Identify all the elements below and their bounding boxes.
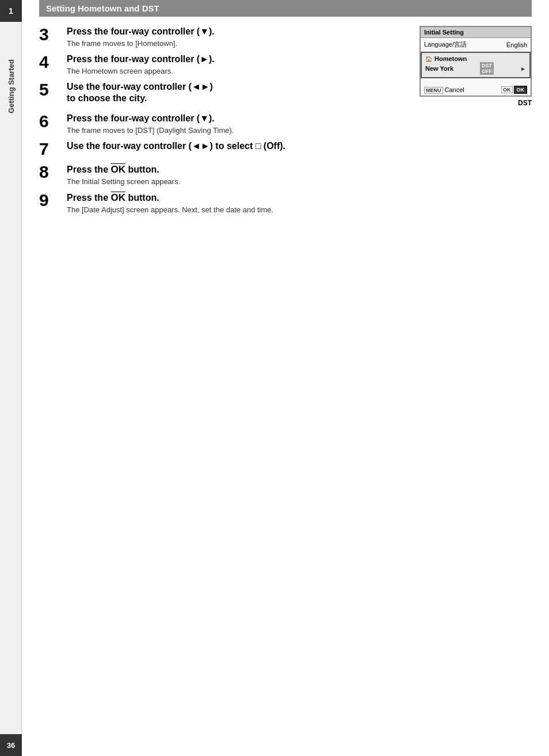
language-value: English: [506, 41, 527, 48]
step-9-title: Press the OK button.: [67, 192, 532, 204]
hometown-city-row: New York DSTOFF ►: [425, 62, 526, 75]
hometown-row: 🏠 Hometown New York DSTOFF ►: [421, 52, 531, 78]
step-7: 7 Use the four-way controller (◄►) to se…: [39, 140, 532, 158]
hometown-label: 🏠 Hometown: [425, 55, 526, 62]
language-row: Language/言語 English: [421, 38, 531, 52]
step-3-desc: The frame moves to [Hometown].: [67, 39, 394, 48]
arrow-right-icon: ►: [520, 66, 526, 72]
step-3-number: 3: [39, 26, 62, 43]
step-8-title: Press the OK button.: [67, 163, 532, 176]
camera-screen-title: Initial Setting: [421, 27, 531, 38]
step-8-number: 8: [39, 163, 62, 181]
menu-cancel: MENU Cancel: [424, 86, 464, 93]
step-8-desc: The Initial Setting screen appears.: [67, 177, 532, 186]
ok-label: OK: [514, 86, 528, 94]
step-9-number: 9: [39, 192, 62, 209]
step-6-number: 6: [39, 113, 62, 130]
step-6-content: Press the four-way controller (▼). The f…: [67, 113, 532, 135]
dst-label: DST: [420, 99, 532, 107]
step-4: 4 Press the four-way controller (►). The…: [39, 54, 394, 75]
steps-left: 3 Press the four-way controller (▼). The…: [39, 26, 394, 110]
step-3: 3 Press the four-way controller (▼). The…: [39, 26, 394, 48]
step-5-title: Use the four-way controller (◄►) to choo…: [67, 81, 394, 105]
step-5-number: 5: [39, 81, 62, 98]
step-3-title: Press the four-way controller (▼).: [67, 26, 394, 38]
step-3-content: Press the four-way controller (▼). The f…: [67, 26, 394, 48]
step-9: 9 Press the OK button. The [Date Adjust]…: [39, 192, 532, 214]
step-8-content: Press the OK button. The Initial Setting…: [67, 163, 532, 186]
home-icon: 🏠: [425, 56, 432, 62]
step-4-content: Press the four-way controller (►). The H…: [67, 54, 394, 75]
section-header: Setting Hometown and DST: [39, 0, 532, 17]
step-4-desc: The Hometown screen appears.: [67, 67, 394, 75]
sidebar: 1 Getting Started 36: [0, 0, 22, 756]
page-number: 36: [0, 734, 22, 756]
step-4-title: Press the four-way controller (►).: [67, 54, 394, 66]
ok-icon: OK: [501, 86, 513, 93]
step-6-title: Press the four-way controller (▼).: [67, 113, 532, 125]
step-7-content: Use the four-way controller (◄►) to sele…: [67, 140, 532, 152]
ok-footer: OK OK: [501, 86, 527, 94]
chapter-number: 1: [0, 0, 22, 22]
main-content: Setting Hometown and DST 3 Press the fou…: [22, 0, 549, 756]
step-9-desc: The [Date Adjust] screen appears. Next, …: [67, 205, 532, 214]
steps-with-image: 3 Press the four-way controller (▼). The…: [39, 26, 532, 110]
camera-screen-footer: MENU Cancel OK OK: [421, 84, 531, 96]
step-4-number: 4: [39, 54, 62, 71]
dst-badge: DSTOFF: [480, 62, 494, 75]
step-7-number: 7: [39, 140, 62, 158]
step-6: 6 Press the four-way controller (▼). The…: [39, 113, 532, 135]
city-name: New York: [425, 65, 453, 72]
step-7-title: Use the four-way controller (◄►) to sele…: [67, 140, 532, 152]
chapter-label-container: Getting Started: [0, 29, 22, 144]
camera-screen-container: Initial Setting Language/言語 English 🏠 Ho…: [405, 26, 532, 110]
chapter-label: Getting Started: [7, 59, 16, 113]
step-5-content: Use the four-way controller (◄►) to choo…: [67, 81, 394, 105]
step-8: 8 Press the OK button. The Initial Setti…: [39, 163, 532, 186]
language-label: Language/言語: [424, 40, 467, 49]
menu-icon: MENU: [424, 87, 443, 94]
cancel-label: Cancel: [445, 86, 464, 93]
camera-screen: Initial Setting Language/言語 English 🏠 Ho…: [420, 26, 532, 97]
step-5: 5 Use the four-way controller (◄►) to ch…: [39, 81, 394, 105]
step-6-desc: The frame moves to [DST] (Daylight Savin…: [67, 126, 532, 135]
step-9-content: Press the OK button. The [Date Adjust] s…: [67, 192, 532, 214]
